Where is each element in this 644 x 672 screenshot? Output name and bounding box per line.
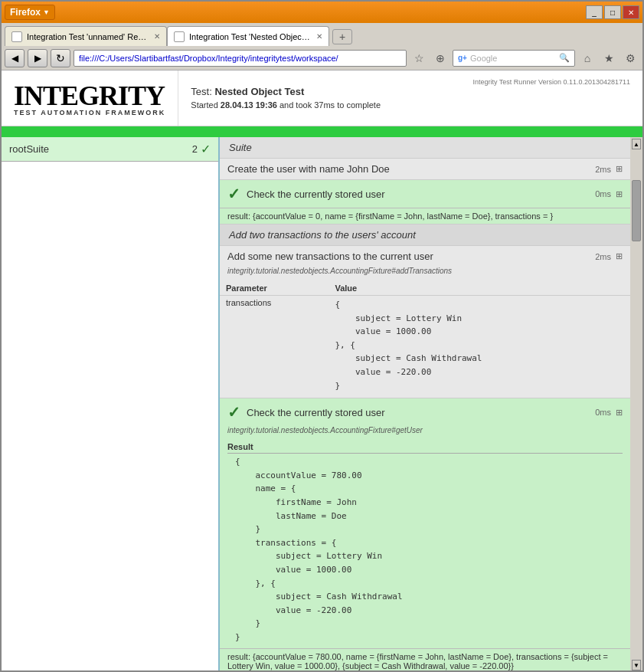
firefox-label: Firefox <box>10 7 41 18</box>
step-3-fixture: integrity.tutorial.nestedobjects.Account… <box>220 267 630 278</box>
step-3-meta: 2ms ⊞ <box>595 251 623 261</box>
sidebar-root-suite[interactable]: rootSuite 2 ✓ <box>2 137 218 162</box>
suite-header-1: Suite <box>220 137 630 159</box>
sidebar-checkmark: ✓ <box>201 142 211 156</box>
step-4-fixture: integrity.tutorial.nestedobjects.Account… <box>220 426 630 438</box>
step-3-expand-icon[interactable]: ⊞ <box>616 251 623 261</box>
progress-bar-fill <box>2 126 642 137</box>
step-2-time: 0ms <box>595 189 611 198</box>
browser-window: Firefox ▼ _ □ ✕ Integration Test 'unname… <box>0 0 644 672</box>
step-4-title: Check the currently stored user <box>247 407 385 418</box>
param-col-header: Parameter <box>220 281 329 296</box>
step-4-header-left: ✓ Check the currently stored user <box>227 403 385 421</box>
test-info-sub: Started 28.04.13 19:36 and took 37ms to … <box>191 100 630 110</box>
test-step-4: ✓ Check the currently stored user 0ms ⊞ … <box>220 398 630 670</box>
firefox-logo[interactable]: Firefox ▼ <box>5 5 55 20</box>
step-3-header: Add some new transactions to the current… <box>220 246 630 267</box>
sidebar-item-label: rootSuite <box>9 143 49 155</box>
step-3-time: 2ms <box>595 252 611 261</box>
right-panel: Suite Create the user with name John Doe… <box>220 137 642 670</box>
search-placeholder: Google <box>470 54 497 63</box>
app-header: INTEGRITY TEST AUTOMATION FRAMEWORK Inte… <box>2 70 642 126</box>
refresh-button[interactable]: ↻ <box>51 49 70 67</box>
step-4-result-text: result: {accountValue = 780.00, name = {… <box>220 648 630 670</box>
tools-icon[interactable]: ⚙ <box>621 49 639 67</box>
forward-button[interactable]: ▶ <box>28 49 47 67</box>
step-1-header-left: Create the user with name John Doe <box>227 163 390 175</box>
scroll-up-button[interactable]: ▲ <box>632 139 641 149</box>
test-label: Test: <box>191 86 211 97</box>
suite-header-2: Add two transactions to the users' accou… <box>220 225 630 246</box>
tabbar: Integration Test 'unnamed' Results (2...… <box>2 23 642 46</box>
step-1-title: Create the user with name John Doe <box>227 163 390 175</box>
address-text: file:///C:/Users/Slartibartfast/Dropbox/… <box>79 54 338 63</box>
step-3-header-left: Add some new transactions to the current… <box>227 251 433 262</box>
test-info-section: Integrity Test Runner Version 0.11.0.201… <box>178 70 642 126</box>
tab-2-icon <box>174 31 185 42</box>
tab-1-icon <box>11 31 22 42</box>
sidebar: rootSuite 2 ✓ <box>2 137 220 670</box>
param-row-transactions: transactions { subject = Lottery Win val… <box>220 296 630 395</box>
new-tab-button[interactable]: + <box>332 29 352 44</box>
bookmarks-icon[interactable]: ★ <box>600 49 618 67</box>
tab-1[interactable]: Integration Test 'unnamed' Results (2...… <box>5 26 167 46</box>
step-4-result-label: Result <box>220 438 630 453</box>
started-date: 28.04.13 19:36 <box>221 100 277 110</box>
main-split: rootSuite 2 ✓ Suite Creat <box>2 137 642 670</box>
tab-1-close[interactable]: ✕ <box>154 32 160 41</box>
tab-2[interactable]: Integration Test 'Nested Object Test' ..… <box>167 26 329 46</box>
version-info: Integrity Test Runner Version 0.11.0.201… <box>191 78 630 86</box>
step-2-title: Check the currently stored user <box>247 188 385 200</box>
step-2-header-left: ✓ Check the currently stored user <box>227 185 385 203</box>
step-2-expand-icon[interactable]: ⊞ <box>616 189 623 199</box>
logo-section: INTEGRITY TEST AUTOMATION FRAMEWORK <box>2 70 178 126</box>
tab-2-close[interactable]: ✕ <box>316 32 322 41</box>
logo-integrity: INTEGRITY <box>14 80 165 112</box>
scrollbar-thumb[interactable] <box>632 180 641 241</box>
address-bar[interactable]: file:///C:/Users/Slartibartfast/Dropbox/… <box>74 50 407 67</box>
google-search-icon: g+ <box>458 54 467 62</box>
scrollbar[interactable]: ▲ ▼ <box>630 137 642 670</box>
close-button[interactable]: ✕ <box>623 5 639 19</box>
step-4-meta: 0ms ⊞ <box>595 408 623 418</box>
step-1-meta: 2ms ⊞ <box>595 164 623 174</box>
rss-icon[interactable]: ⊕ <box>431 49 449 67</box>
step-2-meta: 0ms ⊞ <box>595 189 623 199</box>
titlebar: Firefox ▼ _ □ ✕ <box>2 2 642 23</box>
step-4-header: ✓ Check the currently stored user 0ms ⊞ <box>220 398 630 426</box>
step-2-result: result: {accountValue = 0, name = {first… <box>220 208 630 224</box>
step-1-time: 2ms <box>595 165 611 174</box>
started-label: Started <box>191 100 217 110</box>
step-4-time: 0ms <box>595 408 611 417</box>
step-1-header: Create the user with name John Doe 2ms ⊞ <box>220 159 630 179</box>
search-bar[interactable]: g+ Google 🔍 <box>453 50 575 67</box>
param-name-transactions: transactions <box>220 296 329 395</box>
duration-text: and took 37ms to complete <box>280 100 381 110</box>
home-icon[interactable]: ⌂ <box>578 49 597 67</box>
scroll-down-button[interactable]: ▼ <box>632 660 641 670</box>
step-4-expand-icon[interactable]: ⊞ <box>616 408 623 418</box>
value-col-header: Value <box>329 281 630 296</box>
titlebar-controls: _ □ ✕ <box>586 5 639 19</box>
firefox-dropdown-icon[interactable]: ▼ <box>43 8 50 16</box>
back-button[interactable]: ◀ <box>5 49 25 67</box>
param-value-transactions: { subject = Lottery Win value = 1000.00 … <box>329 296 630 395</box>
bookmark-star-icon[interactable]: ☆ <box>410 49 428 67</box>
test-step-3: Add some new transactions to the current… <box>220 246 630 398</box>
step-2-header: ✓ Check the currently stored user 0ms ⊞ <box>220 180 630 208</box>
content-area: INTEGRITY TEST AUTOMATION FRAMEWORK Inte… <box>2 70 642 670</box>
search-lens-icon[interactable]: 🔍 <box>559 53 570 63</box>
tab-1-label: Integration Test 'unnamed' Results (2... <box>27 32 149 41</box>
logo-sub-text: TEST AUTOMATION FRAMEWORK <box>14 109 165 116</box>
right-content: Suite Create the user with name John Doe… <box>220 137 630 670</box>
logo-main-text: INTEGRITY <box>14 80 165 111</box>
param-table: Parameter Value transactions { subject =… <box>220 281 630 395</box>
maximize-button[interactable]: □ <box>604 5 621 19</box>
test-name: Nested Object Test <box>214 86 304 97</box>
step-4-checkmark: ✓ <box>227 403 240 421</box>
sidebar-count: 2 <box>192 143 198 155</box>
test-step-2: ✓ Check the currently stored user 0ms ⊞ … <box>220 180 630 225</box>
minimize-button[interactable]: _ <box>586 5 603 19</box>
navbar: ◀ ▶ ↻ file:///C:/Users/Slartibartfast/Dr… <box>2 46 642 70</box>
step-1-expand-icon[interactable]: ⊞ <box>616 164 623 174</box>
